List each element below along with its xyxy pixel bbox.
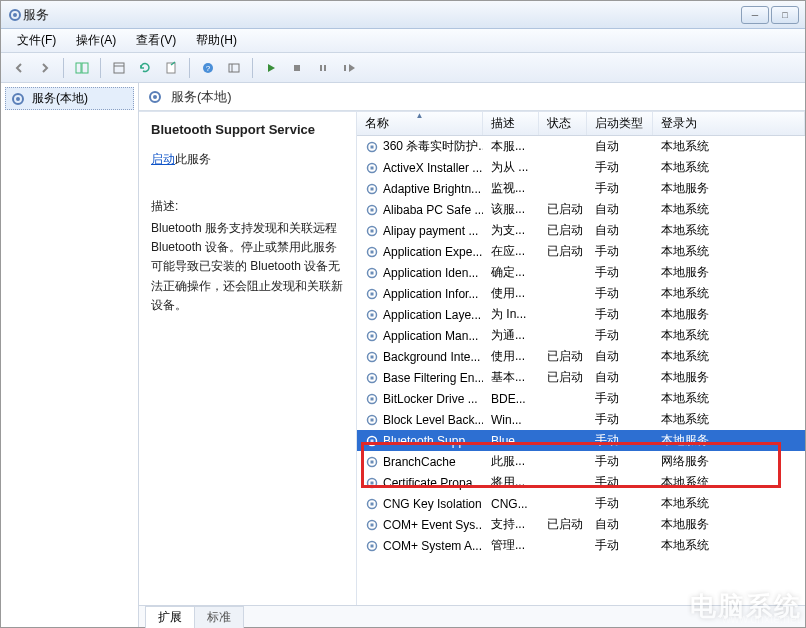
service-row[interactable]: Block Level Back...Win...手动本地系统	[357, 409, 805, 430]
service-logon: 本地系统	[653, 243, 805, 260]
service-row[interactable]: ActiveX Installer ...为从 ...手动本地系统	[357, 157, 805, 178]
start-service-button[interactable]	[259, 56, 283, 80]
service-list: 名称▲ 描述 状态 启动类型 登录为 360 杀毒实时防护...本服...自动本…	[357, 112, 805, 605]
service-startup: 手动	[587, 264, 653, 281]
gear-icon	[365, 161, 379, 175]
svg-rect-48	[371, 439, 374, 442]
service-row[interactable]: CNG Key IsolationCNG...手动本地系统	[357, 493, 805, 514]
service-logon: 本地系统	[653, 495, 805, 512]
detail-panel: Bluetooth Support Service 启动此服务 描述: Blue…	[139, 112, 357, 605]
service-desc: 管理...	[483, 537, 539, 554]
service-desc: 该服...	[483, 201, 539, 218]
gear-icon	[365, 182, 379, 196]
service-row[interactable]: Application Expe...在应...已启动手动本地系统	[357, 241, 805, 262]
service-name: Alibaba PC Safe ...	[383, 203, 483, 217]
menu-file[interactable]: 文件(F)	[7, 30, 66, 51]
service-status: 已启动	[539, 348, 587, 365]
service-name: Background Inte...	[383, 350, 480, 364]
service-row[interactable]: Application Iden...确定...手动本地服务	[357, 262, 805, 283]
service-name: BranchCache	[383, 455, 456, 469]
service-row[interactable]: Application Laye...为 In...手动本地服务	[357, 304, 805, 325]
forward-button[interactable]	[33, 56, 57, 80]
services-icon	[7, 7, 23, 23]
service-desc: 确定...	[483, 264, 539, 281]
service-row[interactable]: Base Filtering En...基本...已启动自动本地服务	[357, 367, 805, 388]
view-tabs: 扩展 标准	[139, 605, 805, 627]
service-startup: 手动	[587, 327, 653, 344]
service-row[interactable]: 360 杀毒实时防护...本服...自动本地系统	[357, 136, 805, 157]
service-row[interactable]: BitLocker Drive ...BDE...手动本地系统	[357, 388, 805, 409]
service-row[interactable]: Application Man...为通...手动本地系统	[357, 325, 805, 346]
column-name[interactable]: 名称▲	[357, 112, 483, 135]
services-window: 服务 ─ □ 文件(F) 操作(A) 查看(V) 帮助(H) ?	[0, 0, 806, 628]
service-row[interactable]: Adaptive Brightn...监视...手动本地服务	[357, 178, 805, 199]
gear-icon	[365, 140, 379, 154]
maximize-button[interactable]: □	[771, 6, 799, 24]
window-title: 服务	[23, 6, 49, 24]
svg-rect-40	[371, 355, 374, 358]
tree-node-services-local[interactable]: 服务(本地)	[5, 87, 134, 110]
gear-icon	[365, 308, 379, 322]
svg-rect-36	[371, 313, 374, 316]
help-button[interactable]: ?	[196, 56, 220, 80]
service-startup: 自动	[587, 201, 653, 218]
left-tree-pane: 服务(本地)	[1, 83, 139, 627]
service-name: BitLocker Drive ...	[383, 392, 478, 406]
properties2-button[interactable]	[222, 56, 246, 80]
service-name: Bluetooth Supp...	[383, 434, 475, 448]
svg-rect-44	[371, 397, 374, 400]
restart-service-button[interactable]	[337, 56, 361, 80]
show-hide-tree-button[interactable]	[70, 56, 94, 80]
column-status[interactable]: 状态	[539, 112, 587, 135]
tab-standard[interactable]: 标准	[194, 606, 244, 628]
service-name: Certificate Propa...	[383, 476, 482, 490]
service-startup: 手动	[587, 243, 653, 260]
svg-rect-24	[371, 187, 374, 190]
pause-service-button[interactable]	[311, 56, 335, 80]
start-service-link[interactable]: 启动	[151, 152, 175, 166]
service-desc: 将用...	[483, 474, 539, 491]
service-status: 已启动	[539, 243, 587, 260]
service-row[interactable]: Application Infor...使用...手动本地系统	[357, 283, 805, 304]
service-status: 已启动	[539, 222, 587, 239]
properties-button[interactable]	[107, 56, 131, 80]
service-name: Application Expe...	[383, 245, 482, 259]
service-startup: 手动	[587, 453, 653, 470]
gear-icon	[365, 266, 379, 280]
menu-view[interactable]: 查看(V)	[126, 30, 186, 51]
column-startup[interactable]: 启动类型	[587, 112, 653, 135]
service-logon: 本地服务	[653, 432, 805, 449]
service-row[interactable]: Bluetooth Supp...Blue...手动本地服务	[357, 430, 805, 451]
minimize-button[interactable]: ─	[741, 6, 769, 24]
service-startup: 手动	[587, 495, 653, 512]
service-row[interactable]: COM+ Event Sys...支持...已启动自动本地服务	[357, 514, 805, 535]
menu-help[interactable]: 帮助(H)	[186, 30, 247, 51]
service-logon: 本地系统	[653, 285, 805, 302]
service-row[interactable]: BranchCache此服...手动网络服务	[357, 451, 805, 472]
description-label: 描述:	[151, 198, 344, 215]
column-logon[interactable]: 登录为	[653, 112, 805, 135]
export-button[interactable]	[159, 56, 183, 80]
service-startup: 手动	[587, 285, 653, 302]
service-row[interactable]: Alibaba PC Safe ...该服...已启动自动本地系统	[357, 199, 805, 220]
service-desc: 为 In...	[483, 306, 539, 323]
service-row[interactable]: Certificate Propa...将用...手动本地系统	[357, 472, 805, 493]
tab-extended[interactable]: 扩展	[145, 606, 195, 628]
gear-icon	[365, 518, 379, 532]
back-button[interactable]	[7, 56, 31, 80]
stop-service-button[interactable]	[285, 56, 309, 80]
menu-action[interactable]: 操作(A)	[66, 30, 126, 51]
service-row[interactable]: Alipay payment ...为支...已启动自动本地系统	[357, 220, 805, 241]
service-name: CNG Key Isolation	[383, 497, 482, 511]
svg-rect-9	[229, 64, 239, 72]
service-row[interactable]: COM+ System A...管理...手动本地系统	[357, 535, 805, 556]
column-desc[interactable]: 描述	[483, 112, 539, 135]
svg-rect-26	[371, 208, 374, 211]
svg-point-18	[153, 95, 157, 99]
service-row[interactable]: Background Inte...使用...已启动自动本地系统	[357, 346, 805, 367]
svg-point-1	[13, 13, 17, 17]
svg-text:?: ?	[206, 64, 211, 73]
sort-asc-icon: ▲	[416, 112, 424, 120]
refresh-button[interactable]	[133, 56, 157, 80]
service-name: Application Laye...	[383, 308, 481, 322]
